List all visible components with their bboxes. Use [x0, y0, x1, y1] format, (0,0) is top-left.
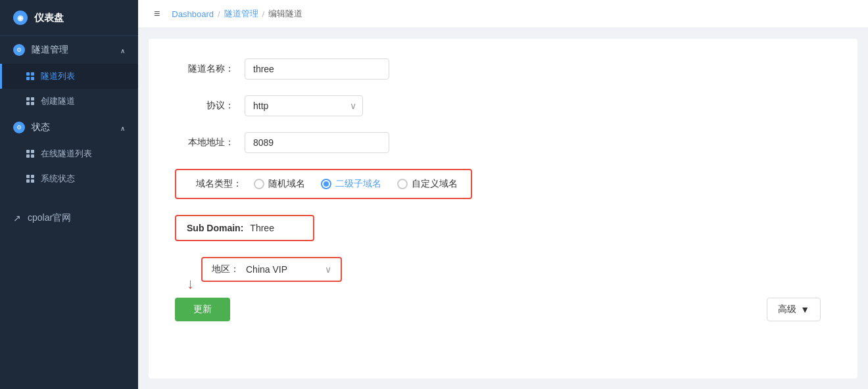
form-container: 隧道名称： 协议： http https tcp udp ∨ 本地地址： — [149, 39, 857, 378]
breadcrumb-dashboard[interactable]: Dashboard — [172, 9, 214, 19]
region-row: 地区： China VIP China US EU ∨ — [175, 257, 831, 282]
local-addr-row: 本地地址： — [175, 132, 831, 153]
domain-type-radio-group: 随机域名 二级子域名 自定义域名 — [254, 178, 458, 190]
sidebar: ◉ 仪表盘 ⚙ 隧道管理 隧道列表 创建隧道 ⚙ — [0, 0, 138, 389]
update-button[interactable]: 更新 — [175, 298, 230, 321]
action-row: ↓ 更新 高级 ▼ — [175, 298, 831, 321]
region-select-wrapper: China VIP China US EU ∨ — [246, 264, 331, 275]
subdomain-input[interactable] — [250, 223, 302, 233]
radio-random-domain[interactable]: 随机域名 — [254, 178, 305, 190]
radio-custom-circle — [397, 179, 408, 189]
tunnel-name-input[interactable] — [245, 58, 389, 80]
main-content: ≡ Dashboard / 隧道管理 / 编辑隧道 隧道名称： 协议： http… — [138, 0, 868, 389]
advanced-btn-arrow: ▼ — [800, 304, 809, 315]
sidebar-group-status[interactable]: ⚙ 状态 — [0, 114, 138, 141]
subdomain-box: Sub Domain: — [175, 215, 314, 241]
online-tunnels-label: 在线隧道列表 — [41, 148, 92, 160]
sidebar-logo[interactable]: ◉ 仪表盘 — [0, 0, 138, 36]
breadcrumb: Dashboard / 隧道管理 / 编辑隧道 — [172, 8, 302, 20]
dashboard-icon: ◉ — [13, 11, 28, 25]
online-tunnels-icon — [26, 150, 34, 158]
tunnel-name-row: 隧道名称： — [175, 58, 831, 80]
radio-custom-domain[interactable]: 自定义域名 — [397, 178, 458, 190]
system-status-icon — [26, 175, 34, 183]
tunnel-name-label: 隧道名称： — [175, 63, 234, 75]
sidebar-section-status: ⚙ 状态 在线隧道列表 系统状态 — [0, 114, 138, 191]
tunnel-mgmt-icon: ⚙ — [13, 44, 25, 56]
radio-subdomain-circle — [321, 179, 331, 189]
advanced-btn-label: 高级 — [778, 304, 796, 315]
tunnel-list-icon — [26, 72, 34, 80]
protocol-row: 协议： http https tcp udp ∨ — [175, 95, 831, 116]
sidebar-item-create-tunnel[interactable]: 创建隧道 — [0, 89, 138, 114]
breadcrumb-sep-1: / — [218, 9, 220, 19]
tunnel-mgmt-chevron — [120, 45, 125, 55]
domain-type-row: 域名类型： 随机域名 二级子域名 自定义域名 — [175, 169, 831, 199]
radio-random-circle — [254, 179, 264, 189]
status-label: 状态 — [32, 122, 50, 133]
system-status-label: 系统状态 — [41, 173, 75, 185]
status-icon: ⚙ — [13, 122, 25, 133]
advanced-button[interactable]: 高级 ▼ — [767, 298, 821, 321]
breadcrumb-sep-2: / — [262, 9, 265, 19]
local-addr-input[interactable] — [245, 132, 389, 153]
create-tunnel-label: 创建隧道 — [41, 95, 75, 107]
topbar: ≡ Dashboard / 隧道管理 / 编辑隧道 — [138, 0, 868, 28]
local-addr-label: 本地地址： — [175, 137, 234, 149]
protocol-select-wrapper: http https tcp udp ∨ — [245, 95, 363, 116]
tunnel-mgmt-label: 隧道管理 — [32, 44, 68, 56]
radio-random-label: 随机域名 — [268, 178, 305, 190]
breadcrumb-tunnel-mgmt[interactable]: 隧道管理 — [224, 8, 258, 20]
protocol-label: 协议： — [175, 100, 234, 112]
sidebar-item-online-tunnels[interactable]: 在线隧道列表 — [0, 141, 138, 166]
domain-type-box: 域名类型： 随机域名 二级子域名 自定义域名 — [175, 169, 472, 199]
dashboard-label: 仪表盘 — [34, 12, 64, 24]
update-btn-wrapper: ↓ 更新 — [175, 298, 230, 321]
sidebar-item-system-status[interactable]: 系统状态 — [0, 166, 138, 191]
domain-type-label: 域名类型： — [189, 178, 242, 190]
status-chevron — [120, 122, 125, 133]
sidebar-item-cpolar[interactable]: ↗ cpolar官网 — [0, 204, 138, 232]
breadcrumb-current: 编辑隧道 — [268, 8, 302, 20]
sidebar-group-tunnel-mgmt[interactable]: ⚙ 隧道管理 — [0, 36, 138, 64]
protocol-select[interactable]: http https tcp udp — [245, 95, 363, 116]
region-indent: 地区： China VIP China US EU ∨ — [201, 257, 342, 282]
external-link-icon: ↗ — [13, 213, 21, 223]
radio-subdomain[interactable]: 二级子域名 — [321, 178, 381, 190]
region-box: 地区： China VIP China US EU ∨ — [201, 257, 342, 282]
region-select[interactable]: China VIP China US EU — [246, 264, 331, 275]
cpolar-label: cpolar官网 — [28, 212, 71, 224]
subdomain-row: Sub Domain: — [175, 215, 831, 241]
create-tunnel-icon — [26, 97, 34, 105]
menu-toggle-icon[interactable]: ≡ — [154, 8, 160, 20]
region-label: 地区： — [212, 263, 239, 275]
sidebar-section-tunnels: ⚙ 隧道管理 隧道列表 创建隧道 — [0, 36, 138, 114]
arrow-down-indicator: ↓ — [187, 275, 194, 292]
radio-custom-label: 自定义域名 — [412, 178, 458, 190]
subdomain-label: Sub Domain: — [187, 223, 243, 233]
sidebar-item-tunnel-list[interactable]: 隧道列表 — [0, 64, 138, 89]
tunnel-list-label: 隧道列表 — [41, 70, 75, 82]
radio-subdomain-label: 二级子域名 — [335, 178, 381, 190]
